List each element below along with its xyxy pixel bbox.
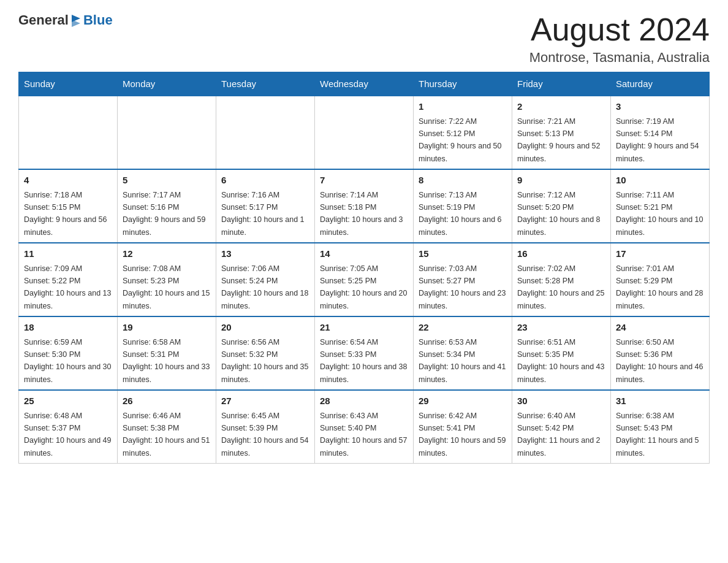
day-sun-info: Sunrise: 6:43 AM Sunset: 5:40 PM Dayligh…: [320, 412, 407, 458]
calendar-cell: 17Sunrise: 7:01 AM Sunset: 5:29 PM Dayli…: [611, 243, 710, 316]
location-subtitle: Montrose, Tasmania, Australia: [529, 50, 710, 66]
day-header-sunday: Sunday: [19, 72, 118, 96]
day-header-thursday: Thursday: [414, 72, 512, 96]
day-number: 28: [320, 394, 408, 408]
day-sun-info: Sunrise: 6:42 AM Sunset: 5:41 PM Dayligh…: [419, 412, 506, 458]
day-sun-info: Sunrise: 7:22 AM Sunset: 5:12 PM Dayligh…: [419, 117, 502, 163]
calendar-cell: 7Sunrise: 7:14 AM Sunset: 5:18 PM Daylig…: [315, 169, 414, 243]
day-sun-info: Sunrise: 7:02 AM Sunset: 5:28 PM Dayligh…: [517, 264, 604, 310]
calendar-cell: 13Sunrise: 7:06 AM Sunset: 5:24 PM Dayli…: [216, 243, 315, 316]
calendar-cell: [19, 96, 118, 169]
day-number: 7: [320, 174, 408, 188]
calendar-week-row: 11Sunrise: 7:09 AM Sunset: 5:22 PM Dayli…: [19, 243, 710, 316]
day-sun-info: Sunrise: 6:38 AM Sunset: 5:43 PM Dayligh…: [616, 412, 699, 458]
day-number: 25: [24, 394, 112, 408]
day-number: 1: [419, 100, 507, 114]
day-sun-info: Sunrise: 7:17 AM Sunset: 5:16 PM Dayligh…: [123, 191, 206, 237]
calendar-header-row: SundayMondayTuesdayWednesdayThursdayFrid…: [19, 72, 710, 96]
calendar-cell: 24Sunrise: 6:50 AM Sunset: 5:36 PM Dayli…: [611, 316, 710, 390]
calendar-cell: 15Sunrise: 7:03 AM Sunset: 5:27 PM Dayli…: [414, 243, 512, 316]
logo-text: General Blue: [18, 12, 113, 28]
day-number: 23: [517, 321, 605, 335]
calendar-cell: 22Sunrise: 6:53 AM Sunset: 5:34 PM Dayli…: [414, 316, 512, 390]
calendar-cell: 21Sunrise: 6:54 AM Sunset: 5:33 PM Dayli…: [315, 316, 414, 390]
day-sun-info: Sunrise: 6:59 AM Sunset: 5:30 PM Dayligh…: [24, 338, 111, 384]
day-sun-info: Sunrise: 6:48 AM Sunset: 5:37 PM Dayligh…: [24, 412, 111, 458]
day-sun-info: Sunrise: 6:45 AM Sunset: 5:39 PM Dayligh…: [221, 412, 308, 458]
day-sun-info: Sunrise: 7:16 AM Sunset: 5:17 PM Dayligh…: [221, 191, 305, 237]
calendar-cell: 12Sunrise: 7:08 AM Sunset: 5:23 PM Dayli…: [118, 243, 216, 316]
day-sun-info: Sunrise: 6:58 AM Sunset: 5:31 PM Dayligh…: [123, 338, 210, 384]
calendar-cell: 6Sunrise: 7:16 AM Sunset: 5:17 PM Daylig…: [216, 169, 315, 243]
calendar-cell: 18Sunrise: 6:59 AM Sunset: 5:30 PM Dayli…: [19, 316, 118, 390]
day-number: 8: [419, 174, 507, 188]
day-header-friday: Friday: [512, 72, 611, 96]
day-number: 12: [123, 247, 211, 261]
day-header-saturday: Saturday: [611, 72, 710, 96]
calendar-table: SundayMondayTuesdayWednesdayThursdayFrid…: [18, 72, 710, 464]
day-number: 3: [616, 100, 704, 114]
calendar-cell: 27Sunrise: 6:45 AM Sunset: 5:39 PM Dayli…: [216, 390, 315, 464]
day-sun-info: Sunrise: 6:54 AM Sunset: 5:33 PM Dayligh…: [320, 338, 407, 384]
calendar-cell: 5Sunrise: 7:17 AM Sunset: 5:16 PM Daylig…: [118, 169, 216, 243]
day-number: 27: [221, 394, 309, 408]
day-sun-info: Sunrise: 7:21 AM Sunset: 5:13 PM Dayligh…: [517, 117, 601, 163]
calendar-cell: 29Sunrise: 6:42 AM Sunset: 5:41 PM Dayli…: [414, 390, 512, 464]
svg-marker-1: [72, 20, 80, 27]
day-number: 20: [221, 321, 309, 335]
title-block: August 2024 Montrose, Tasmania, Australi…: [529, 12, 710, 66]
calendar-week-row: 25Sunrise: 6:48 AM Sunset: 5:37 PM Dayli…: [19, 390, 710, 464]
calendar-cell: 11Sunrise: 7:09 AM Sunset: 5:22 PM Dayli…: [19, 243, 118, 316]
calendar-cell: 10Sunrise: 7:11 AM Sunset: 5:21 PM Dayli…: [611, 169, 710, 243]
calendar-cell: 28Sunrise: 6:43 AM Sunset: 5:40 PM Dayli…: [315, 390, 414, 464]
logo-flag-icon: [69, 13, 83, 27]
month-title: August 2024: [529, 12, 710, 47]
calendar-cell: 3Sunrise: 7:19 AM Sunset: 5:14 PM Daylig…: [611, 96, 710, 169]
calendar-cell: [118, 96, 216, 169]
day-number: 14: [320, 247, 408, 261]
calendar-cell: 14Sunrise: 7:05 AM Sunset: 5:25 PM Dayli…: [315, 243, 414, 316]
day-sun-info: Sunrise: 6:40 AM Sunset: 5:42 PM Dayligh…: [517, 412, 601, 458]
calendar-cell: 16Sunrise: 7:02 AM Sunset: 5:28 PM Dayli…: [512, 243, 611, 316]
calendar-cell: 20Sunrise: 6:56 AM Sunset: 5:32 PM Dayli…: [216, 316, 315, 390]
page-header: General Blue August 2024 Montrose, Tasma…: [18, 12, 710, 66]
day-sun-info: Sunrise: 7:03 AM Sunset: 5:27 PM Dayligh…: [419, 264, 506, 310]
day-sun-info: Sunrise: 7:18 AM Sunset: 5:15 PM Dayligh…: [24, 191, 107, 237]
calendar-cell: [315, 96, 414, 169]
day-number: 11: [24, 247, 112, 261]
calendar-cell: 23Sunrise: 6:51 AM Sunset: 5:35 PM Dayli…: [512, 316, 611, 390]
calendar-cell: 31Sunrise: 6:38 AM Sunset: 5:43 PM Dayli…: [611, 390, 710, 464]
calendar-cell: 4Sunrise: 7:18 AM Sunset: 5:15 PM Daylig…: [19, 169, 118, 243]
day-header-wednesday: Wednesday: [315, 72, 414, 96]
day-sun-info: Sunrise: 6:51 AM Sunset: 5:35 PM Dayligh…: [517, 338, 604, 384]
calendar-cell: 26Sunrise: 6:46 AM Sunset: 5:38 PM Dayli…: [118, 390, 216, 464]
day-number: 24: [616, 321, 704, 335]
day-sun-info: Sunrise: 7:06 AM Sunset: 5:24 PM Dayligh…: [221, 264, 308, 310]
day-number: 13: [221, 247, 309, 261]
day-sun-info: Sunrise: 6:46 AM Sunset: 5:38 PM Dayligh…: [123, 412, 210, 458]
day-number: 26: [123, 394, 211, 408]
day-number: 17: [616, 247, 704, 261]
day-number: 5: [123, 174, 211, 188]
day-sun-info: Sunrise: 6:56 AM Sunset: 5:32 PM Dayligh…: [221, 338, 308, 384]
calendar-cell: 30Sunrise: 6:40 AM Sunset: 5:42 PM Dayli…: [512, 390, 611, 464]
day-number: 15: [419, 247, 507, 261]
day-number: 31: [616, 394, 704, 408]
logo: General Blue: [18, 12, 113, 28]
day-sun-info: Sunrise: 7:08 AM Sunset: 5:23 PM Dayligh…: [123, 264, 210, 310]
day-sun-info: Sunrise: 6:50 AM Sunset: 5:36 PM Dayligh…: [616, 338, 703, 384]
day-number: 18: [24, 321, 112, 335]
calendar-cell: 2Sunrise: 7:21 AM Sunset: 5:13 PM Daylig…: [512, 96, 611, 169]
day-sun-info: Sunrise: 7:13 AM Sunset: 5:19 PM Dayligh…: [419, 191, 502, 237]
day-number: 4: [24, 174, 112, 188]
calendar-cell: 25Sunrise: 6:48 AM Sunset: 5:37 PM Dayli…: [19, 390, 118, 464]
day-sun-info: Sunrise: 7:12 AM Sunset: 5:20 PM Dayligh…: [517, 191, 601, 237]
calendar-week-row: 18Sunrise: 6:59 AM Sunset: 5:30 PM Dayli…: [19, 316, 710, 390]
calendar-cell: 9Sunrise: 7:12 AM Sunset: 5:20 PM Daylig…: [512, 169, 611, 243]
day-header-monday: Monday: [118, 72, 216, 96]
day-sun-info: Sunrise: 7:19 AM Sunset: 5:14 PM Dayligh…: [616, 117, 699, 163]
logo-blue: Blue: [83, 12, 113, 28]
logo-general: General: [18, 12, 69, 28]
day-sun-info: Sunrise: 7:09 AM Sunset: 5:22 PM Dayligh…: [24, 264, 111, 310]
day-number: 6: [221, 174, 309, 188]
